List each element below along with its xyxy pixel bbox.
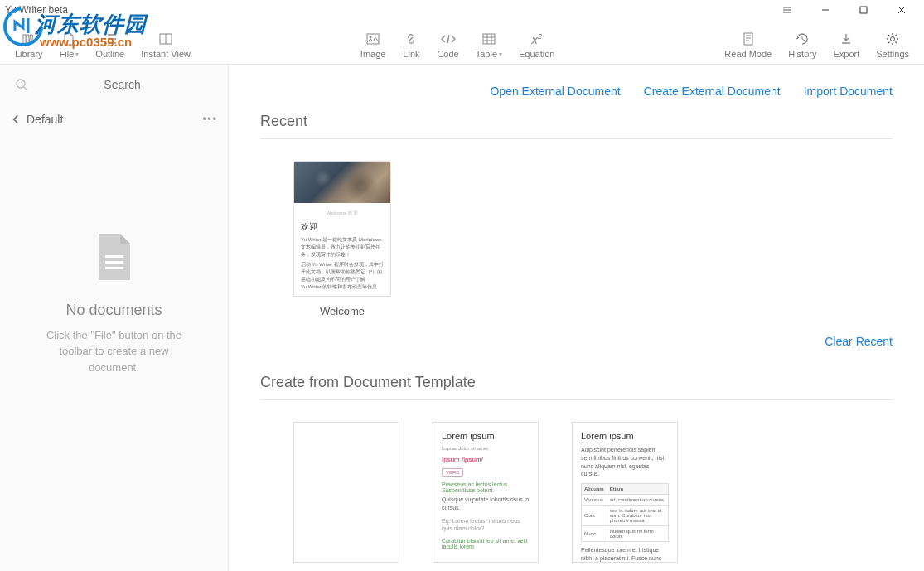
empty-subtext: Click the "File" button on the toolbar t… [33, 327, 195, 376]
template-dictionary[interactable]: Lorem ipsum Luptae dolor sit amet. Ipsum… [433, 422, 539, 563]
svg-rect-9 [483, 34, 495, 44]
doc-thumbnail: Welcome 欢迎 欢迎 Yu Writer 是一款纯文本及 Markdown… [293, 161, 391, 297]
divider [260, 399, 893, 400]
close-button[interactable] [883, 0, 921, 20]
library-button[interactable]: Library [7, 29, 51, 60]
search-input[interactable] [31, 78, 213, 91]
more-button[interactable]: ••• [202, 114, 218, 125]
svg-rect-10 [744, 33, 752, 45]
svg-point-12 [17, 80, 25, 88]
folder-name: Default [27, 113, 63, 126]
template-table[interactable]: Lorem ipsum Adipiscint perferendis sapie… [572, 422, 678, 563]
search-row[interactable] [0, 65, 228, 104]
library-icon [21, 31, 37, 47]
sidebar: Default ••• No documents Click the "File… [0, 65, 229, 571]
main-area: Open External Document Create External D… [229, 65, 924, 571]
toolbar: Library File▾ Outline Instant View Image… [0, 20, 924, 65]
recent-doc-card[interactable]: Welcome 欢迎 欢迎 Yu Writer 是一款纯文本及 Markdown… [293, 161, 391, 317]
recent-heading: Recent [260, 113, 893, 130]
link-button[interactable]: Link [394, 29, 428, 60]
image-icon [365, 31, 381, 47]
window-title: Yu Writer beta [3, 4, 768, 16]
history-icon [794, 31, 810, 47]
divider [260, 138, 893, 139]
svg-rect-14 [105, 255, 123, 258]
search-icon [15, 78, 28, 91]
templates-heading: Create from Document Template [260, 374, 893, 391]
svg-rect-1 [860, 7, 867, 13]
svg-rect-2 [23, 35, 26, 44]
table-button[interactable]: Table▾ [467, 29, 510, 60]
create-external-link[interactable]: Create External Document [644, 85, 781, 98]
equation-button[interactable]: x2 Equation [510, 29, 563, 60]
file-button[interactable]: File▾ [51, 29, 88, 60]
settings-button[interactable]: Settings [868, 29, 917, 60]
outline-button[interactable]: Outline [87, 29, 133, 60]
titlebar: Yu Writer beta [0, 0, 924, 20]
svg-point-8 [370, 36, 372, 39]
svg-rect-3 [27, 35, 29, 44]
folder-row[interactable]: Default ••• [0, 104, 228, 134]
table-icon [481, 31, 497, 47]
chevron-left-icon [10, 114, 22, 125]
svg-point-11 [891, 37, 895, 41]
export-icon [838, 31, 854, 47]
empty-heading: No documents [65, 302, 162, 319]
open-external-link[interactable]: Open External Document [490, 85, 620, 98]
document-placeholder-icon [92, 230, 137, 287]
file-icon [60, 31, 77, 47]
svg-rect-16 [105, 267, 123, 269]
settings-icon [884, 31, 901, 47]
hamburger-button[interactable] [768, 0, 806, 20]
minimize-button[interactable] [806, 0, 844, 20]
import-document-link[interactable]: Import Document [804, 85, 893, 98]
history-button[interactable]: History [780, 29, 825, 60]
template-blank[interactable] [293, 422, 399, 563]
clear-recent-link[interactable]: Clear Recent [825, 335, 893, 348]
doc-caption: Welcome [293, 305, 391, 317]
code-button[interactable]: Code [428, 29, 467, 60]
image-button[interactable]: Image [352, 29, 394, 60]
svg-rect-4 [29, 35, 33, 44]
outline-icon [102, 31, 119, 47]
code-icon [440, 31, 457, 47]
instant-view-icon [157, 31, 174, 47]
export-button[interactable]: Export [825, 29, 868, 60]
equation-icon: x2 [529, 31, 545, 47]
empty-state: No documents Click the "File" button on … [0, 134, 228, 571]
read-mode-button[interactable]: Read Mode [716, 29, 780, 60]
read-mode-icon [740, 31, 757, 47]
svg-rect-15 [105, 261, 123, 264]
svg-line-13 [24, 87, 27, 90]
instant-view-button[interactable]: Instant View [133, 29, 199, 60]
maximize-button[interactable] [844, 0, 883, 20]
link-icon [403, 31, 419, 47]
